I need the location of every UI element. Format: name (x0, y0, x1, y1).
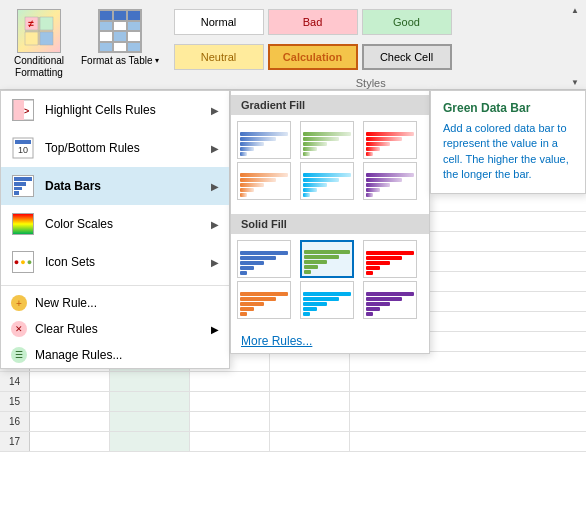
gradient-fill-grid (231, 115, 429, 206)
tooltip-title: Green Data Bar (443, 101, 573, 115)
row-number: 15 (0, 392, 30, 411)
svg-rect-8 (14, 100, 24, 120)
topbottom-icon: 10 (11, 136, 35, 160)
colorscales-label: Color Scales (45, 217, 201, 231)
menu-separator (1, 285, 229, 286)
scroll-up-arrow[interactable]: ▲ (571, 6, 579, 15)
menu-item-colorscales[interactable]: Color Scales ▶ (1, 205, 229, 243)
format-table-icon (98, 9, 142, 53)
style-good[interactable]: Good (362, 9, 452, 35)
gradient-bar-swatch[interactable] (300, 121, 354, 159)
solid-fill-section: Solid Fill (231, 210, 429, 329)
solid-bar-swatch[interactable] (300, 240, 354, 278)
highlight-cells-arrow: ▶ (211, 105, 219, 116)
format-table-label: Format as Table (81, 55, 153, 66)
grid-cell[interactable] (190, 412, 270, 431)
svg-text:≠: ≠ (28, 18, 34, 29)
row-number: 14 (0, 372, 30, 391)
conditional-formatting-icon: ≠ (17, 9, 61, 53)
solid-bar-swatch[interactable] (363, 240, 417, 278)
gradient-bar-swatch[interactable] (237, 121, 291, 159)
menu-item-newrule[interactable]: + New Rule... (1, 290, 229, 316)
grid-cell[interactable] (190, 392, 270, 411)
grid-cell[interactable] (110, 412, 190, 431)
highlight-cells-label: Highlight Cells Rules (45, 103, 201, 117)
more-rules-link[interactable]: More Rules... (231, 329, 429, 353)
grid-cell[interactable] (30, 432, 110, 451)
newrule-label: New Rule... (35, 296, 97, 310)
newrule-icon: + (11, 295, 27, 311)
iconsets-label: Icon Sets (45, 255, 201, 269)
scroll-down-arrow[interactable]: ▼ (571, 78, 579, 87)
grid-cell[interactable] (110, 432, 190, 451)
grid-cell[interactable] (30, 372, 110, 391)
styles-row-bottom: Neutral Calculation Check Cell (174, 40, 568, 76)
svg-rect-11 (15, 140, 31, 144)
topbottom-arrow: ▶ (211, 143, 219, 154)
style-normal[interactable]: Normal (174, 9, 264, 35)
svg-rect-3 (40, 32, 53, 45)
style-calculation[interactable]: Calculation (268, 44, 358, 70)
gradient-bar-swatch[interactable] (237, 162, 291, 200)
solid-bar-swatch[interactable] (237, 240, 291, 278)
databars-icon (11, 174, 35, 198)
solid-fill-header: Solid Fill (231, 214, 429, 234)
menu-item-topbottom[interactable]: 10 Top/Bottom Rules ▶ (1, 129, 229, 167)
colorscales-arrow: ▶ (211, 219, 219, 230)
gradient-bar-swatch[interactable] (363, 121, 417, 159)
tooltip-description: Add a colored data bar to represent the … (443, 121, 573, 183)
menu-item-highlight[interactable]: > Highlight Cells Rules ▶ (1, 91, 229, 129)
ribbon: ≠ Conditional Formatting Format as Table… (0, 0, 586, 90)
svg-text:>: > (24, 106, 29, 116)
grid-row: 17 (0, 432, 586, 452)
grid-cell[interactable] (190, 432, 270, 451)
svg-rect-1 (40, 17, 53, 30)
grid-row: 14 (0, 372, 586, 392)
grid-cell[interactable] (190, 372, 270, 391)
svg-rect-2 (25, 32, 38, 45)
solid-fill-grid (231, 234, 429, 325)
colorscales-icon (11, 212, 35, 236)
solid-bar-swatch[interactable] (237, 281, 291, 319)
style-check-cell[interactable]: Check Cell (362, 44, 452, 70)
databars-submenu: Gradient Fill Solid Fill More Rules... (230, 90, 430, 354)
styles-row-top: Normal Bad Good (174, 4, 568, 40)
grid-row: 15 (0, 392, 586, 412)
grid-cell[interactable] (110, 392, 190, 411)
grid-cell[interactable] (270, 432, 350, 451)
grid-row: 16 (0, 412, 586, 432)
styles-section-label: Styles (174, 77, 568, 89)
clearrules-label: Clear Rules (35, 322, 98, 336)
menu-item-iconsets[interactable]: ● ● ● Icon Sets ▶ (1, 243, 229, 281)
gradient-bar-swatch[interactable] (363, 162, 417, 200)
style-neutral[interactable]: Neutral (174, 44, 264, 70)
managerules-icon: ☰ (11, 347, 27, 363)
highlight-cells-icon: > (11, 98, 35, 122)
clearrules-arrow: ▶ (211, 324, 219, 335)
format-as-table-button[interactable]: Format as Table ▾ (74, 4, 166, 89)
grid-cell[interactable] (270, 372, 350, 391)
solid-bar-swatch[interactable] (300, 281, 354, 319)
grid-cell[interactable] (270, 392, 350, 411)
grid-cell[interactable] (30, 392, 110, 411)
menu-item-databars[interactable]: Data Bars ▶ (1, 167, 229, 205)
managerules-label: Manage Rules... (35, 348, 122, 362)
databars-arrow: ▶ (211, 181, 219, 192)
gradient-bar-swatch[interactable] (300, 162, 354, 200)
solid-bar-swatch[interactable] (363, 281, 417, 319)
menu-item-clearrules[interactable]: ✕ Clear Rules ▶ (1, 316, 229, 342)
grid-cell[interactable] (30, 412, 110, 431)
gradient-fill-section: Gradient Fill (231, 91, 429, 210)
styles-scrollbar[interactable]: ▲ ▼ (568, 4, 582, 89)
grid-cell[interactable] (110, 372, 190, 391)
conditional-formatting-label: Conditional Formatting (14, 55, 64, 79)
iconsets-icon: ● ● ● (11, 250, 35, 274)
conditional-formatting-button[interactable]: ≠ Conditional Formatting (4, 4, 74, 89)
gradient-fill-header: Gradient Fill (231, 95, 429, 115)
style-bad[interactable]: Bad (268, 9, 358, 35)
topbottom-label: Top/Bottom Rules (45, 141, 201, 155)
databars-label: Data Bars (45, 179, 201, 193)
grid-cell[interactable] (270, 412, 350, 431)
menu-item-managerules[interactable]: ☰ Manage Rules... (1, 342, 229, 368)
conditional-formatting-menu: > Highlight Cells Rules ▶ 10 Top/Bottom … (0, 90, 230, 369)
